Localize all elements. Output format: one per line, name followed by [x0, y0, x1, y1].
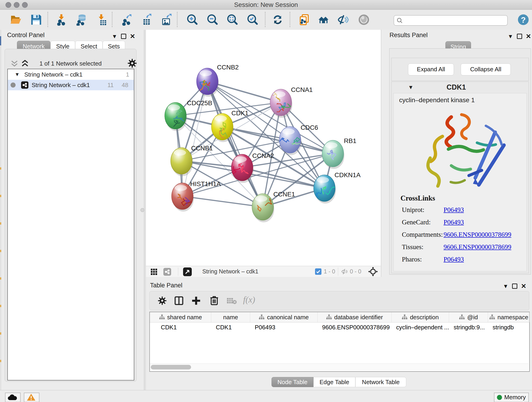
export-network-icon[interactable] — [121, 14, 133, 26]
column-type-icon — [326, 314, 332, 320]
crosslink-link[interactable]: 9606.ENSP00000378699 — [443, 231, 511, 238]
selected-items-icon[interactable] — [315, 268, 322, 275]
network-edge[interactable] — [182, 81, 207, 196]
export-table-icon[interactable] — [141, 14, 153, 26]
expand-all-button[interactable]: Expand All — [408, 64, 454, 75]
column-header-label: namespace — [497, 314, 528, 321]
cloud-button[interactable] — [5, 393, 21, 402]
table-options-gear-icon[interactable] — [158, 296, 167, 305]
column-header-shared-name[interactable]: shared name — [150, 312, 211, 322]
help-icon[interactable]: ? — [517, 13, 529, 25]
zoom-in-icon[interactable] — [186, 14, 198, 26]
entry-collapse-icon[interactable]: ▼ — [408, 84, 413, 90]
collection-expand-icon[interactable]: ▼ — [15, 69, 20, 80]
home-networks-icon[interactable] — [317, 14, 329, 26]
memory-button[interactable]: Memory — [494, 393, 529, 402]
node-table[interactable]: shared namenamecanonical namedatabase id… — [149, 312, 530, 372]
float-panel-icon[interactable] — [121, 34, 126, 39]
save-session-icon[interactable] — [30, 14, 42, 26]
crosslink-link[interactable]: P06493 — [443, 218, 464, 226]
import-network-icon[interactable] — [56, 14, 68, 26]
table-cell[interactable]: 9606.ENSP00000378699 — [317, 322, 392, 332]
left-splitter-handle[interactable] — [140, 208, 144, 212]
network-collection-row[interactable]: ▼ String Network – cdk1 1 — [8, 69, 134, 80]
crosslink-link[interactable]: 9606.ENSP00000378699 — [443, 243, 511, 251]
crosslink-label: Tissues: — [402, 243, 423, 251]
search-icon — [396, 17, 403, 24]
control-panel-header-icons: ▼ ✕ — [112, 32, 135, 40]
column-header-canonical-name[interactable]: canonical name — [250, 312, 317, 322]
network-edge[interactable] — [182, 196, 263, 207]
show-columns-icon[interactable] — [174, 296, 184, 306]
add-column-icon[interactable] — [191, 296, 201, 306]
zoom-selected-icon[interactable] — [247, 14, 259, 26]
search-input[interactable] — [405, 16, 505, 24]
warning-icon — [27, 393, 36, 401]
panel-menu-icon[interactable]: ▼ — [503, 283, 508, 289]
panel-menu-icon[interactable]: ▼ — [508, 33, 513, 40]
network-type-badge-icon — [163, 268, 171, 276]
column-header-namespace[interactable]: namespace — [488, 312, 530, 322]
refresh-icon[interactable] — [272, 14, 284, 26]
table-cell[interactable]: CDK1 — [211, 322, 250, 332]
column-header-database-identifier[interactable]: database identifier — [317, 312, 392, 322]
network-node-count: 11 — [108, 80, 114, 90]
table-toolbar: f(x) — [149, 291, 529, 310]
network-node-ccne1[interactable]: CCNE1 — [252, 191, 295, 222]
import-database-icon[interactable] — [76, 14, 88, 26]
table-cell[interactable]: cyclin–dependent ... — [392, 322, 449, 332]
close-panel-icon[interactable]: ✕ — [130, 32, 135, 40]
grid-view-icon[interactable] — [151, 268, 157, 275]
float-panel-icon[interactable] — [512, 283, 517, 289]
crosslink-link[interactable]: P06493 — [443, 206, 464, 214]
column-header--id[interactable]: @id — [449, 312, 488, 322]
open-birdseye-icon[interactable] — [183, 268, 192, 276]
column-header-description[interactable]: description — [392, 312, 449, 322]
network-node-hist1h1a[interactable]: HIST1H1A — [172, 180, 221, 211]
copy-network-icon[interactable] — [299, 14, 311, 26]
import-table-icon[interactable] — [96, 14, 108, 26]
table-cell[interactable]: stringdb:9... — [449, 322, 488, 332]
results-panel-header-icons: ▼ ✕ — [508, 32, 531, 40]
network-node-ccnb2[interactable]: CCNB2 — [196, 64, 239, 97]
network-edge[interactable] — [207, 81, 263, 207]
network-node-cdkn1a[interactable]: CDKN1A — [314, 172, 361, 204]
export-image-icon[interactable] — [161, 14, 172, 26]
table-horizontal-scrollbar[interactable] — [150, 364, 528, 370]
tab-network-table[interactable]: Network Table — [355, 377, 406, 387]
open-session-icon[interactable] — [10, 14, 22, 26]
table-cell[interactable]: CDK1 — [150, 322, 211, 332]
network-node-cdc6[interactable]: CDC6 — [278, 124, 318, 155]
collection-label: String Network – cdk1 — [24, 69, 82, 80]
network-options-gear-icon[interactable] — [128, 59, 137, 68]
float-panel-icon[interactable] — [517, 34, 522, 39]
table-row[interactable]: CDK1CDK1P064939606.ENSP00000378699cyclin… — [150, 322, 529, 332]
tab-edge-table[interactable]: Edge Table — [313, 377, 355, 387]
node-label: RB1 — [344, 137, 356, 144]
results-panel: Results Panel ▼ ✕ String Expand All Coll… — [381, 30, 532, 277]
scrollbar-thumb[interactable] — [151, 365, 191, 370]
network-node-ccnb1[interactable]: CCNB1 — [171, 145, 213, 176]
crosslink-link[interactable]: P06493 — [443, 255, 464, 263]
zoom-fit-icon[interactable] — [227, 14, 239, 26]
panel-menu-icon[interactable]: ▼ — [112, 33, 117, 40]
network-node-cdk1[interactable]: CDK1 — [211, 109, 249, 142]
table-cell[interactable]: stringdb — [488, 322, 530, 332]
column-header-name[interactable]: name — [211, 312, 250, 322]
hide-annotations-icon[interactable] — [337, 14, 349, 26]
network-canvas[interactable]: CCNB2CCNA1CDC25BCDK1CDC6RB1CCNB1CCNA2CDK… — [146, 30, 381, 266]
table-cell[interactable]: P06493 — [250, 322, 317, 332]
close-panel-icon[interactable]: ✕ — [521, 282, 526, 290]
crosslink-row: Pharos:P06493 — [394, 253, 526, 266]
fit-selected-crosshair-icon[interactable] — [368, 267, 378, 276]
network-row[interactable]: String Network – cdk1 11 48 — [8, 80, 134, 90]
collapse-all-button[interactable]: Collapse All — [461, 64, 511, 75]
tab-node-table[interactable]: Node Table — [272, 377, 313, 387]
delete-column-icon[interactable] — [210, 295, 219, 306]
close-panel-icon[interactable]: ✕ — [526, 32, 531, 40]
crosslink-row: Tissues:9606.ENSP00000378699 — [394, 241, 526, 253]
network-node-rb1[interactable]: RB1 — [322, 137, 356, 169]
network-graph[interactable]: CCNB2CCNA1CDC25BCDK1CDC6RB1CCNB1CCNA2CDK… — [146, 30, 381, 266]
warnings-button[interactable] — [24, 393, 39, 402]
zoom-out-icon[interactable] — [207, 14, 219, 26]
